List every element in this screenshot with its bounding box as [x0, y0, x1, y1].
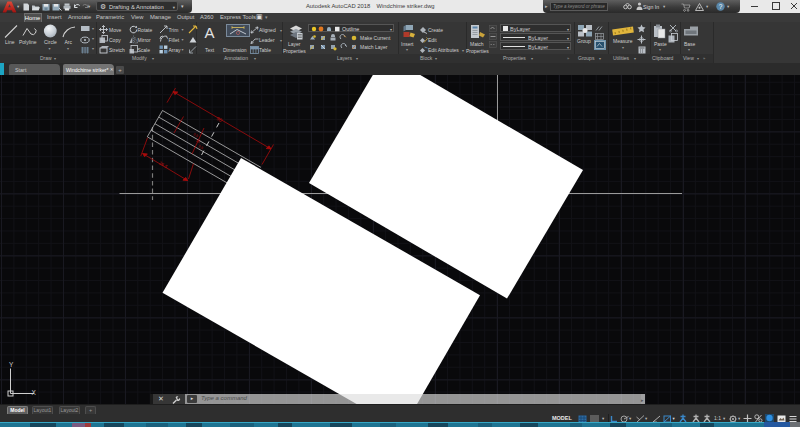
svg-text:?: ? [719, 2, 723, 9]
svg-text:90: 90 [216, 115, 224, 123]
svg-text:Y: Y [9, 361, 14, 368]
svg-text:X: X [32, 389, 37, 396]
svg-text:0.5: 0.5 [198, 144, 204, 150]
svg-text:16: 16 [195, 138, 200, 143]
